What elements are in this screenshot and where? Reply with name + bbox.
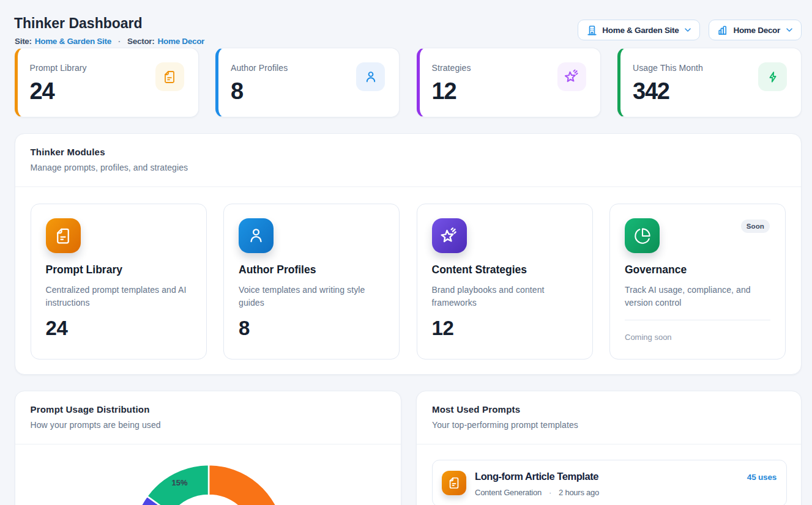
separator-dot: · [549,488,551,497]
module-count: 12 [432,317,578,340]
module-card-prompt-library[interactable]: Prompt Library Centralized prompt templa… [31,204,207,359]
chart-panel-subtitle: How your prompts are being used [31,420,386,430]
module-card-author-profiles[interactable]: Author Profiles Voice templates and writ… [223,204,400,359]
pie-chart-icon [625,218,660,253]
header-actions: Home & Garden Site Home Decor [578,20,802,40]
modules-grid: Prompt Library Centralized prompt templa… [31,204,786,359]
bar-chart-icon [717,24,729,36]
prompt-usage-panel: Prompt Usage Distribution How your promp… [15,391,401,505]
user-icon [356,62,385,91]
dashboard-page: Thinker Dashboard Site: Home & Garden Si… [0,0,812,505]
module-description: Brand playbooks and content frameworks [432,284,578,309]
prompt-meta: Content Generation · 2 hours ago [475,488,599,497]
module-card-content-strategies[interactable]: Content Strategies Brand playbooks and c… [417,204,593,359]
soon-badge: Soon [741,219,770,233]
module-title: Author Profiles [239,264,384,276]
donut-slice-slice-1 [209,465,285,505]
prompts-panel-title: Most Used Prompts [432,404,786,415]
star-icon [432,218,467,253]
lightning-icon [758,62,787,91]
usage-donut-chart: 45%25%15%15% [15,445,402,505]
governance-divider [625,320,770,320]
sector-selector-dropdown[interactable]: Home Decor [709,20,802,40]
document-icon [155,62,184,91]
modules-panel-title: Thinker Modules [31,147,786,157]
most-used-prompts-panel: Most Used Prompts Your top-performing pr… [416,391,802,505]
prompt-list-item[interactable]: Long-form Article Template Content Gener… [432,460,787,505]
chevron-down-icon [784,25,794,35]
module-title: Prompt Library [46,264,192,276]
stat-card-usage: Usage This Month 342 [617,48,802,117]
module-count: 8 [239,317,384,340]
module-description: Track AI usage, compliance, and version … [625,284,770,309]
user-icon [239,218,274,253]
prompts-panel-header: Most Used Prompts Your top-performing pr… [417,391,801,444]
module-count: 24 [46,317,192,340]
prompt-uses-count: 45 uses [747,473,777,482]
document-icon [442,471,466,495]
building-icon [586,24,598,36]
sector-label: Sector: [127,37,154,46]
stat-card-author-profiles: Author Profiles 8 [215,48,400,117]
stat-cards-row: Prompt Library 24 Author Profiles 8 S [15,48,802,117]
site-selector-dropdown[interactable]: Home & Garden Site [578,20,700,40]
page-title: Thinker Dashboard [14,15,143,32]
module-description: Voice templates and writing style guides [239,284,384,309]
module-description: Centralized prompt templates and AI inst… [46,284,192,309]
separator-dot: · [118,37,121,46]
chevron-down-icon [683,25,693,35]
star-icon [557,62,586,91]
thinker-modules-panel: Thinker Modules Manage prompts, profiles… [15,133,802,375]
prompts-panel-subtitle: Your top-performing prompt templates [432,420,786,430]
chart-panel-title: Prompt Usage Distribution [31,404,386,415]
site-breadcrumb: Site: Home & Garden Site · Sector: Home … [15,37,204,46]
modules-panel-subtitle: Manage prompts, profiles, and strategies [31,163,786,172]
donut-slice-label: 15% [171,478,187,487]
coming-soon-label: Coming soon [625,333,770,342]
modules-panel-header: Thinker Modules Manage prompts, profiles… [15,134,802,187]
prompt-time: 2 hours ago [559,488,599,497]
module-title: Governance [625,264,770,276]
module-title: Content Strategies [432,264,578,276]
document-icon [46,218,81,253]
stat-card-strategies: Strategies 12 [417,48,601,117]
stat-card-prompt-library: Prompt Library 24 [15,48,199,117]
site-selector-label: Home & Garden Site [602,26,679,35]
module-card-governance[interactable]: Soon Governance Track AI usage, complian… [609,204,786,359]
sector-link[interactable]: Home Decor [158,37,205,46]
site-label: Site: [15,37,32,46]
site-link[interactable]: Home & Garden Site [35,37,111,46]
sector-selector-label: Home Decor [733,26,780,35]
prompt-category: Content Generation [475,488,542,497]
prompt-title: Long-form Article Template [475,471,598,482]
chart-panel-header: Prompt Usage Distribution How your promp… [15,391,401,444]
